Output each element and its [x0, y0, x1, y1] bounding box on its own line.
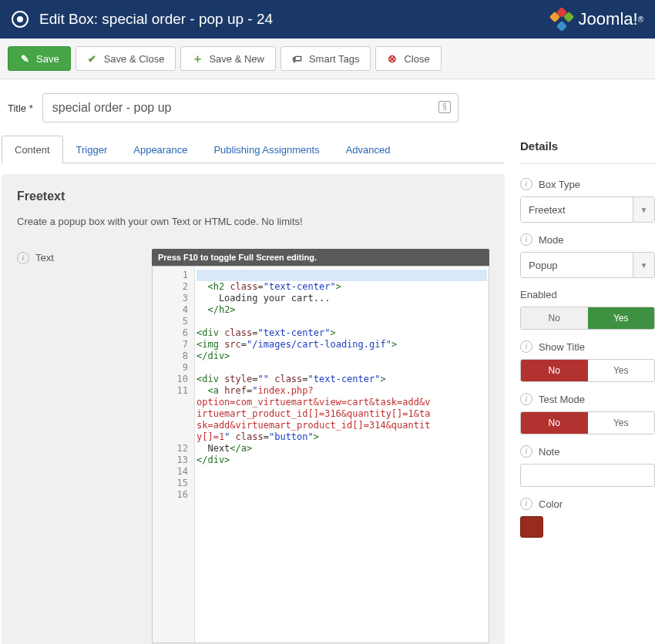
check-icon: ✎ — [19, 53, 30, 65]
note-input[interactable] — [520, 464, 655, 487]
tag-icon: 🏷 — [292, 53, 303, 65]
enabled-toggle[interactable]: NoYes — [520, 307, 655, 330]
header-bar: Edit Box: special order - pop up - 24 Jo… — [0, 0, 655, 39]
close-button[interactable]: ⊗Close — [375, 46, 441, 71]
chevron-down-icon: ▼ — [633, 197, 654, 222]
info-icon[interactable]: i — [520, 340, 532, 353]
note-label: Note — [539, 446, 559, 458]
title-label: Title * — [8, 102, 33, 114]
color-label: Color — [539, 498, 563, 510]
save-new-button[interactable]: ＋Save & New — [180, 46, 276, 71]
code-editor: Press F10 to toggle Full Screen editing.… — [152, 249, 489, 643]
chevron-down-icon: ▼ — [633, 253, 654, 277]
tab-advanced[interactable]: Advanced — [333, 136, 404, 163]
save-button[interactable]: ✎Save — [8, 46, 71, 71]
content-panel: Freetext Create a popup box with your ow… — [2, 174, 505, 644]
tab-publishing[interactable]: Publishing Assignments — [200, 136, 332, 163]
info-icon[interactable]: i — [520, 178, 532, 190]
save-close-button[interactable]: ✔Save & Close — [76, 46, 176, 71]
show-title-toggle[interactable]: NoYes — [520, 359, 655, 382]
plus-icon: ＋ — [192, 52, 203, 66]
toolbar: ✎Save ✔Save & Close ＋Save & New 🏷Smart T… — [0, 39, 655, 79]
color-swatch[interactable] — [520, 516, 543, 538]
enabled-label: Enabled — [520, 289, 557, 300]
check-icon: ✔ — [87, 53, 98, 65]
title-row: Title * § — [0, 79, 655, 124]
tab-appearance[interactable]: Appearance — [120, 136, 200, 163]
test-mode-toggle[interactable]: NoYes — [520, 411, 655, 434]
info-icon[interactable]: i — [520, 445, 532, 458]
smart-tags-button[interactable]: 🏷Smart Tags — [280, 46, 371, 71]
mode-label: Mode — [539, 234, 564, 246]
title-input[interactable] — [42, 93, 458, 122]
editor-gutter: 1234567891011 1213141516 — [153, 267, 195, 642]
field-info-icon[interactable]: § — [438, 101, 451, 113]
box-type-label: Box Type — [539, 179, 580, 190]
tabs: Content Trigger Appearance Publishing As… — [2, 135, 505, 163]
text-field-label: i Text — [17, 249, 144, 643]
mode-select[interactable]: Popup▼ — [520, 252, 655, 278]
editor-textarea[interactable]: <h2 class="text-center"> Loading your ca… — [195, 267, 489, 642]
close-icon: ⊗ — [387, 52, 398, 65]
details-sidebar: Details iBox Type Freetext▼ iMode Popup▼… — [520, 124, 655, 644]
target-icon — [12, 11, 29, 28]
show-title-label: Show Title — [539, 341, 585, 353]
tab-trigger[interactable]: Trigger — [63, 136, 121, 163]
box-type-select[interactable]: Freetext▼ — [520, 196, 655, 223]
test-mode-label: Test Mode — [539, 394, 585, 405]
info-icon[interactable]: i — [520, 233, 532, 246]
info-icon[interactable]: i — [520, 498, 532, 510]
panel-desc: Create a popup box with your own Text or… — [17, 216, 489, 227]
details-heading: Details — [520, 139, 655, 164]
page-title: Edit Box: special order - pop up - 24 — [39, 11, 273, 28]
info-icon[interactable]: i — [17, 252, 29, 264]
editor-tip: Press F10 to toggle Full Screen editing. — [152, 249, 489, 266]
panel-heading: Freetext — [17, 190, 489, 203]
joomla-logo: Joomla!® — [551, 8, 643, 30]
tab-content[interactable]: Content — [2, 136, 63, 163]
info-icon[interactable]: i — [520, 393, 532, 405]
